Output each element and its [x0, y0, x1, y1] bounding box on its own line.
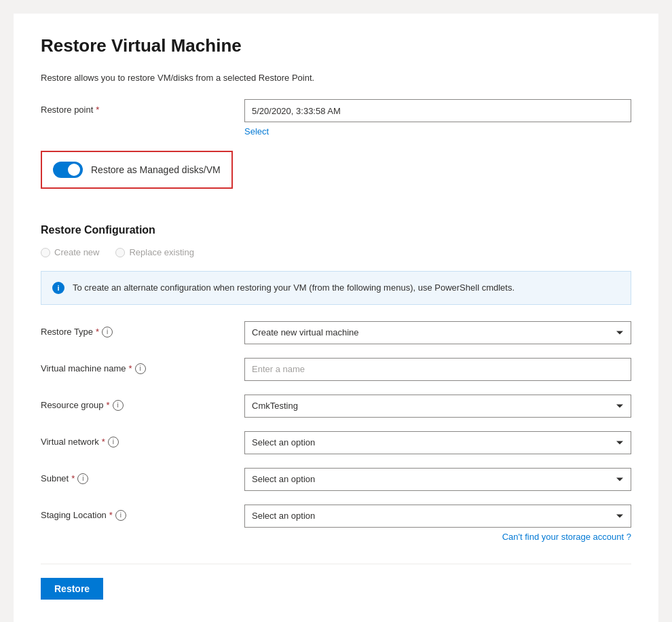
virtual-network-info-icon[interactable]: i	[108, 437, 119, 447]
required-star-subnet: *	[71, 473, 75, 483]
staging-location-label: Staging Location * i	[41, 505, 244, 521]
restore-type-row: Restore Type * i Create new virtual mach…	[41, 321, 631, 344]
virtual-network-label: Virtual network * i	[41, 431, 244, 447]
cant-find-storage-link[interactable]: Can't find your storage account ?	[502, 532, 631, 542]
radio-create-new[interactable]: Create new	[41, 247, 99, 257]
virtual-network-control: Select an option	[244, 431, 631, 454]
required-star: *	[96, 105, 99, 115]
required-star-restore-type: *	[96, 327, 99, 337]
storage-link-row: Can't find your storage account ?	[244, 532, 631, 542]
resource-group-select[interactable]: CmkTesting	[244, 395, 631, 418]
vm-name-row: Virtual machine name * i	[41, 358, 631, 381]
required-star-resource-group: *	[107, 400, 110, 410]
info-box-text: To create an alternate configuration whe…	[73, 281, 515, 295]
radio-group: Create new Replace existing	[41, 247, 631, 257]
subnet-select-wrapper: Select an option	[244, 468, 631, 491]
toggle-slider	[53, 162, 83, 178]
subnet-row: Subnet * i Select an option	[41, 468, 631, 491]
vm-name-input[interactable]	[244, 358, 631, 381]
radio-replace-existing-input[interactable]	[115, 248, 125, 257]
select-restore-point-link[interactable]: Select	[244, 126, 269, 136]
restore-type-info-icon[interactable]: i	[102, 327, 113, 337]
resource-group-info-icon[interactable]: i	[113, 400, 124, 411]
info-circle-icon: i	[52, 282, 64, 294]
required-star-staging: *	[109, 510, 113, 520]
subnet-label: Subnet * i	[41, 468, 244, 484]
staging-location-info-icon[interactable]: i	[115, 510, 126, 521]
virtual-network-select[interactable]: Select an option	[244, 431, 631, 454]
resource-group-control: CmkTesting	[244, 395, 631, 418]
toggle-label: Restore as Managed disks/VM	[91, 164, 221, 175]
radio-replace-existing[interactable]: Replace existing	[115, 247, 193, 257]
restore-type-label: Restore Type * i	[41, 321, 244, 337]
vm-name-label: Virtual machine name * i	[41, 358, 244, 374]
resource-group-label: Resource group * i	[41, 395, 244, 411]
subnet-select[interactable]: Select an option	[244, 468, 631, 491]
restore-point-row: Restore point * Select	[41, 99, 631, 137]
staging-location-row: Staging Location * i Select an option Ca…	[41, 505, 631, 542]
vm-name-control	[244, 358, 631, 381]
toggle-section-wrapper: Restore as Managed disks/VM	[41, 151, 631, 208]
vm-name-info-icon[interactable]: i	[135, 363, 146, 374]
restore-point-label: Restore point *	[41, 99, 244, 115]
radio-create-new-input[interactable]	[41, 248, 50, 257]
resource-group-row: Resource group * i CmkTesting	[41, 395, 631, 418]
virtual-network-row: Virtual network * i Select an option	[41, 431, 631, 454]
restore-vm-panel: Restore Virtual Machine Restore allows y…	[14, 14, 658, 622]
restore-button[interactable]: Restore	[41, 578, 103, 600]
staging-location-select[interactable]: Select an option	[244, 505, 631, 528]
page-subtitle: Restore allows you to restore VM/disks f…	[41, 73, 631, 83]
restore-type-control: Create new virtual machine Restore disks	[244, 321, 631, 344]
required-star-vm-name: *	[129, 363, 132, 373]
restore-config-heading: Restore Configuration	[41, 224, 631, 236]
restore-point-input[interactable]	[244, 99, 631, 122]
restore-type-select-wrapper: Create new virtual machine Restore disks	[244, 321, 631, 344]
subnet-info-icon[interactable]: i	[77, 473, 88, 484]
staging-location-select-wrapper: Select an option	[244, 505, 631, 528]
restore-point-control: Select	[244, 99, 631, 137]
resource-group-select-wrapper: CmkTesting	[244, 395, 631, 418]
restore-type-select[interactable]: Create new virtual machine Restore disks	[244, 321, 631, 344]
subnet-control: Select an option	[244, 468, 631, 491]
page-title: Restore Virtual Machine	[41, 35, 631, 56]
managed-disks-toggle-section: Restore as Managed disks/VM	[41, 151, 233, 189]
footer: Restore	[41, 564, 631, 600]
required-star-virtual-network: *	[102, 437, 105, 447]
toggle-switch[interactable]	[53, 162, 83, 178]
info-box: i To create an alternate configuration w…	[41, 271, 631, 305]
staging-location-control: Select an option Can't find your storage…	[244, 505, 631, 542]
virtual-network-select-wrapper: Select an option	[244, 431, 631, 454]
